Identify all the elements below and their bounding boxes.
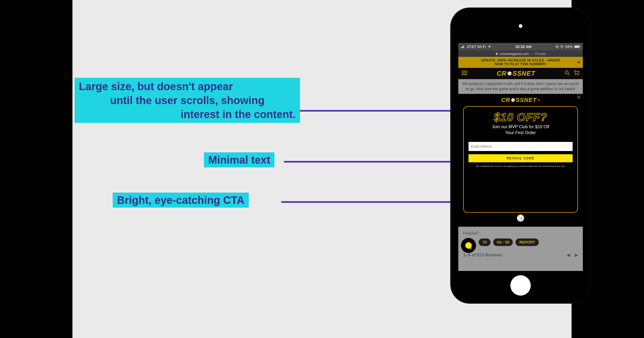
svg-rect-3 bbox=[463, 46, 464, 48]
annotation-3-text: Bright, eye-catching CTA bbox=[113, 193, 249, 208]
alarm-icon bbox=[560, 45, 564, 48]
svg-rect-12 bbox=[462, 72, 467, 73]
svg-line-15 bbox=[568, 74, 570, 75]
promo-banner-line1: UPDATE: 500% INCREASE IN SALES - ORDER bbox=[465, 58, 576, 62]
svg-rect-13 bbox=[462, 74, 467, 75]
battery-percent: 94% bbox=[565, 45, 573, 49]
promo-banner-close[interactable]: ✕ bbox=[577, 60, 581, 65]
browser-url-bar[interactable]: crossnetgame.com — Private bbox=[458, 50, 583, 57]
email-input[interactable] bbox=[469, 142, 573, 151]
helpful-yes-pill[interactable]: 79 bbox=[479, 238, 491, 246]
annotation-1-line1: Large size, but doesn't appear bbox=[79, 79, 296, 93]
annotation-1-line3: interest in the content. bbox=[79, 107, 296, 121]
promo-banner[interactable]: UPDATE: 500% INCREASE IN SALES - ORDER N… bbox=[458, 57, 583, 68]
annotation-1-connector bbox=[300, 110, 456, 112]
clock: 10:32 AM bbox=[515, 45, 532, 49]
battery-icon bbox=[574, 45, 580, 48]
wifi-icon bbox=[488, 45, 491, 48]
logo-pre: CR bbox=[497, 70, 507, 77]
svg-rect-8 bbox=[575, 46, 579, 48]
popup-volleyball-icon bbox=[516, 214, 525, 223]
lock-icon bbox=[495, 52, 498, 56]
svg-rect-1 bbox=[462, 47, 462, 48]
url-host: crossnetgame.com bbox=[500, 52, 529, 56]
svg-rect-2 bbox=[463, 46, 463, 48]
svg-point-16 bbox=[575, 74, 576, 75]
annotation-2-connector bbox=[284, 161, 456, 163]
carrier-label: AT&T Wi-Fi bbox=[467, 45, 486, 49]
svg-point-17 bbox=[578, 74, 579, 75]
search-icon[interactable] bbox=[565, 70, 570, 77]
annotation-3-connector bbox=[281, 201, 456, 203]
svg-point-14 bbox=[565, 71, 568, 74]
popup-logo-pre: CR bbox=[501, 97, 510, 104]
svg-rect-10 bbox=[496, 53, 497, 55]
phone-speaker bbox=[519, 24, 522, 28]
status-bar: AT&T Wi-Fi 10:32 AM 94% bbox=[458, 43, 583, 50]
helpful-label: Helpful? bbox=[463, 231, 578, 236]
popup-logo: CR SSNET ® bbox=[458, 97, 583, 104]
site-navbar: CR SSNET bbox=[458, 68, 583, 79]
volleyball-icon bbox=[507, 71, 512, 76]
helpful-no-pill[interactable]: No · 50 bbox=[493, 238, 513, 246]
site-logo[interactable]: CR SSNET bbox=[497, 70, 535, 77]
popup-headline: $10 OFF? bbox=[494, 112, 547, 123]
svg-rect-9 bbox=[580, 46, 580, 47]
volleyball-icon bbox=[516, 214, 525, 222]
registered-mark: ® bbox=[538, 99, 540, 102]
phone-screen: AT&T Wi-Fi 10:32 AM 94% bbox=[458, 43, 583, 271]
home-button[interactable] bbox=[510, 275, 531, 296]
pager-prev-icon[interactable]: ◀ bbox=[567, 252, 570, 258]
popup-content-box: $10 OFF? Join our MVP Club for $10 Off Y… bbox=[463, 106, 578, 213]
annotation-2-text: Minimal text bbox=[204, 152, 275, 167]
review-text: the products I upgraded it with and if i… bbox=[458, 79, 583, 95]
cart-icon[interactable] bbox=[574, 70, 580, 77]
logo-post: SSNET bbox=[513, 70, 535, 77]
hamburger-icon[interactable] bbox=[462, 71, 467, 76]
chat-icon bbox=[465, 242, 472, 249]
page-content: the products I upgraded it with and if i… bbox=[458, 79, 583, 95]
reviews-footer: Helpful? 79 No · 50 REPORT 1–4 of 513 Re… bbox=[458, 227, 583, 271]
report-pill[interactable]: REPORT bbox=[515, 238, 539, 246]
popup-disclaimer: *By completing this form you are signing… bbox=[475, 165, 566, 167]
phone-frame: AT&T Wi-Fi 10:32 AM 94% bbox=[451, 8, 590, 303]
popup-modal: ✕ CR SSNET ® $10 OFF? Join our MVP Club … bbox=[458, 94, 583, 227]
chat-widget-button[interactable] bbox=[461, 238, 476, 253]
popup-subhead-line1: Join our MVP Club for $10 Off bbox=[492, 124, 549, 130]
svg-rect-11 bbox=[462, 71, 467, 72]
review-pager-label: 1–4 of 513 Reviews bbox=[463, 253, 502, 258]
annotation-1-line2: until the user scrolls, showing bbox=[79, 93, 296, 107]
svg-rect-5 bbox=[557, 46, 557, 47]
annotation-2: Minimal text bbox=[204, 153, 275, 167]
reveal-code-button[interactable]: REVEAL CODE bbox=[469, 154, 573, 162]
popup-subhead: Join our MVP Club for $10 Off Your First… bbox=[492, 124, 549, 135]
annotation-3: Bright, eye-catching CTA bbox=[113, 193, 249, 207]
popup-logo-post: SSNET bbox=[516, 97, 537, 104]
pager-next-icon[interactable]: ▶ bbox=[575, 252, 578, 258]
signal-icon bbox=[461, 45, 465, 48]
svg-rect-0 bbox=[461, 47, 462, 48]
annotation-1: Large size, but doesn't appear until the… bbox=[75, 78, 300, 123]
url-private-label: — Private bbox=[530, 52, 546, 56]
popup-subhead-line2: Your First Order bbox=[492, 130, 549, 136]
popup-close-button[interactable]: ✕ bbox=[577, 95, 581, 99]
orientation-lock-icon bbox=[555, 45, 559, 48]
promo-banner-line2: NOW TO PLAY THIS SUMMER! bbox=[465, 62, 576, 66]
volleyball-icon bbox=[511, 98, 515, 102]
